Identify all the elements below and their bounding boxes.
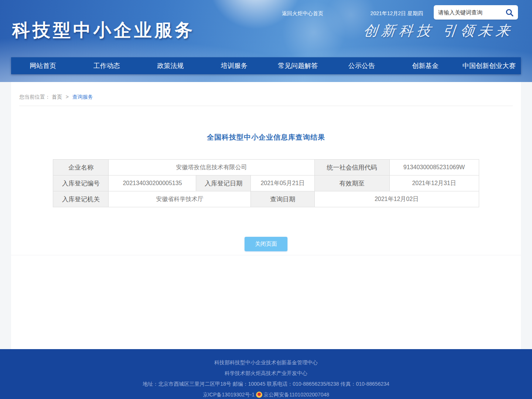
breadcrumb-separator: >	[66, 94, 69, 100]
query-result-section: 全国科技型中小企业信息库查询结果 企业名称 安徽塔孜信息技术有限公司 统一社会信…	[11, 106, 521, 255]
nav-item-faq[interactable]: 常见问题解答	[266, 57, 330, 74]
icp-license-link[interactable]: 京ICP备13019302号-1	[203, 389, 255, 399]
lower-blank-area	[11, 255, 521, 349]
reg-number-value: 202134030200005135	[109, 175, 196, 191]
search-input[interactable]	[438, 9, 504, 16]
reg-date-label: 入库登记日期	[196, 175, 251, 191]
police-record-text: 京公网安备11010202007048	[263, 389, 329, 399]
search-icon	[505, 8, 514, 17]
nav-item-policies[interactable]: 政策法规	[139, 57, 202, 74]
slogan-text: 创新科技 引领未来	[362, 21, 514, 40]
query-date-value: 2021年12月02日	[314, 191, 479, 207]
breadcrumb: 您当前位置： 首页 > 查询服务	[11, 82, 521, 106]
valid-until-value: 2021年12月31日	[389, 175, 479, 191]
footer-org-line-1: 科技部科技型中小企业技术创新基金管理中心	[0, 357, 532, 368]
result-table: 企业名称 安徽塔孜信息技术有限公司 统一社会信用代码 9134030008523…	[53, 159, 479, 207]
footer-icp-line: 京ICP备13019302号-1 京公网安备11010202007048	[0, 389, 532, 399]
nav-item-training[interactable]: 培训服务	[202, 57, 266, 74]
credit-code-label: 统一社会信用代码	[314, 160, 389, 175]
site-footer: 科技部科技型中小企业技术创新基金管理中心 科学技术部火炬高技术产业开发中心 地址…	[0, 349, 532, 399]
torch-center-home-link[interactable]: 返回火炬中心首页	[282, 10, 323, 17]
reg-authority-label: 入库登记机关	[53, 191, 109, 207]
company-name-label: 企业名称	[53, 160, 109, 175]
valid-until-label: 有效期至	[314, 175, 389, 191]
top-bar: 返回火炬中心首页 2021年12月2日 星期四	[0, 0, 532, 21]
breadcrumb-prefix: 您当前位置：	[19, 94, 50, 100]
date-text: 2021年12月2日 星期四	[371, 10, 423, 17]
site-header: 返回火炬中心首页 2021年12月2日 星期四 科技型中小企业服务 创新科技 引…	[0, 0, 532, 82]
button-row: 关闭页面	[11, 237, 521, 251]
nav-item-announcements[interactable]: 公示公告	[330, 57, 394, 74]
reg-date-value: 2021年05月21日	[251, 175, 314, 191]
content-wrapper: 您当前位置： 首页 > 查询服务 全国科技型中小企业信息库查询结果 企业名称 安…	[11, 82, 521, 349]
close-page-button[interactable]: 关闭页面	[245, 237, 287, 251]
company-name-value: 安徽塔孜信息技术有限公司	[109, 160, 314, 175]
table-row-authority: 入库登记机关 安徽省科学技术厅 查询日期 2021年12月02日	[53, 191, 479, 207]
credit-code-value: 91340300085231069W	[389, 160, 479, 175]
reg-authority-value: 安徽省科学技术厅	[109, 191, 251, 207]
nav-item-work-news[interactable]: 工作动态	[75, 57, 139, 74]
nav-item-competition[interactable]: 中国创新创业大赛	[457, 57, 521, 74]
nav-item-innovation-fund[interactable]: 创新基金	[393, 57, 457, 74]
query-date-label: 查询日期	[251, 191, 314, 207]
table-row-registration: 入库登记编号 202134030200005135 入库登记日期 2021年05…	[53, 175, 479, 191]
table-row-company: 企业名称 安徽塔孜信息技术有限公司 统一社会信用代码 9134030008523…	[53, 160, 479, 175]
main-nav: 网站首页 工作动态 政策法规 培训服务 常见问题解答 公示公告 创新基金 中国创…	[11, 57, 521, 74]
nav-item-home[interactable]: 网站首页	[11, 57, 75, 74]
breadcrumb-current-link[interactable]: 查询服务	[72, 94, 93, 100]
site-title: 科技型中小企业服务	[12, 18, 195, 42]
page-title: 全国科技型中小企业信息库查询结果	[11, 133, 521, 142]
police-badge-icon	[256, 392, 262, 398]
reg-number-label: 入库登记编号	[53, 175, 109, 191]
page: 返回火炬中心首页 2021年12月2日 星期四 科技型中小企业服务 创新科技 引…	[0, 0, 532, 399]
footer-org-line-2: 科学技术部火炬高技术产业开发中心	[0, 368, 532, 379]
police-record-link[interactable]: 京公网安备11010202007048	[256, 389, 329, 399]
search-box	[434, 5, 518, 20]
footer-contact-line: 地址：北京市西城区三里河二区甲18号 邮编：100045 联系电话：010-88…	[0, 379, 532, 389]
search-button[interactable]	[504, 7, 515, 18]
breadcrumb-home-link[interactable]: 首页	[52, 94, 62, 100]
